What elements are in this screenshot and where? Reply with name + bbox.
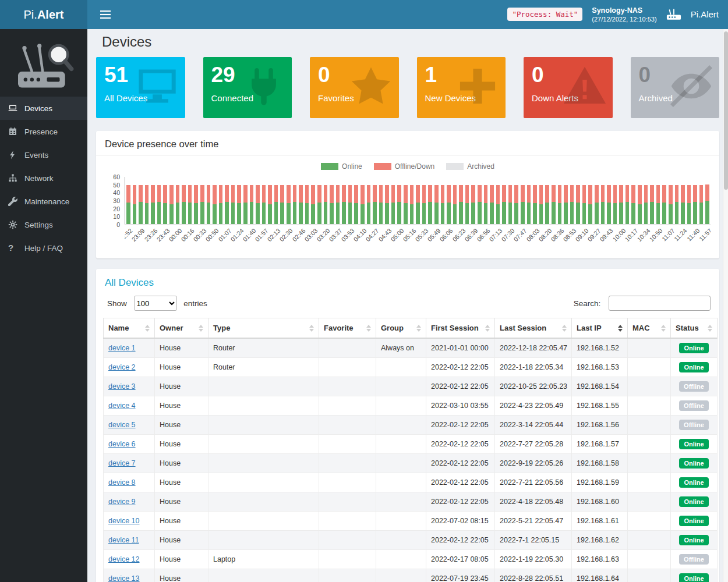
- device-link[interactable]: device 2: [108, 363, 136, 371]
- table-row: device 8House2022-02-12 22:052022-7-21 2…: [104, 473, 718, 492]
- chart-bar: [434, 185, 439, 224]
- sort-icon: [416, 325, 421, 332]
- device-link[interactable]: device 9: [108, 498, 136, 506]
- column-header-status[interactable]: Status: [671, 318, 718, 339]
- sidebar-item-presence[interactable]: Presence: [0, 120, 87, 143]
- host-info: Synology-NAS (27/12/2022, 12:10:53): [592, 6, 656, 24]
- legend-item: Archived: [446, 162, 494, 171]
- search-input[interactable]: [609, 296, 711, 311]
- main-content: Devices 51All Devices29Connected0Favorit…: [87, 29, 728, 582]
- device-link[interactable]: device 10: [108, 517, 140, 525]
- chart-bar: [631, 185, 635, 224]
- sidebar-item-label: Presence: [24, 127, 58, 136]
- column-header-name[interactable]: Name: [104, 318, 155, 339]
- cell-mac: [628, 338, 671, 358]
- stat-card-new-devices[interactable]: 1New Devices: [417, 57, 506, 118]
- chart-bar: [151, 185, 155, 224]
- column-header-last-session[interactable]: Last Session: [495, 318, 572, 339]
- cell-type: [208, 377, 319, 396]
- cell-last-ip: 192.168.1.60: [572, 492, 628, 512]
- cell-group: [376, 416, 426, 435]
- column-header-favorite[interactable]: Favorite: [319, 318, 376, 339]
- chart-bar: [453, 185, 457, 224]
- device-link[interactable]: device 6: [108, 440, 136, 448]
- cell-last-session: 2022-4-18 22:05.48: [495, 492, 572, 512]
- cell-status: Online: [671, 435, 718, 454]
- cell-name: device 2: [104, 358, 155, 377]
- device-link[interactable]: device 8: [108, 478, 136, 487]
- wrench-icon: [8, 197, 19, 206]
- device-link[interactable]: device 4: [108, 402, 136, 410]
- column-header-mac[interactable]: MAC: [628, 318, 671, 339]
- cell-status: Online: [671, 492, 718, 512]
- process-status-badge: "Process: Wait": [507, 8, 582, 21]
- stat-card-all-devices[interactable]: 51All Devices: [96, 57, 185, 118]
- cell-last-ip: 192.168.1.62: [572, 531, 628, 550]
- y-tick-label: 40: [113, 189, 120, 196]
- cell-last-ip: 192.168.1.64: [572, 569, 628, 582]
- sidebar-item-events[interactable]: Events: [0, 143, 87, 166]
- sidebar-item-settings[interactable]: Settings: [0, 213, 87, 236]
- hamburger-menu-icon[interactable]: [100, 10, 111, 19]
- chart-bar: [478, 185, 482, 224]
- stat-card-connected[interactable]: 29Connected: [203, 57, 292, 118]
- cell-last-session: 2022-3-14 22:05.44: [495, 416, 572, 435]
- brand-logo[interactable]: Pi.Alert: [0, 0, 87, 29]
- cell-first-session: 2022-02-12 22:05: [426, 473, 495, 492]
- device-link[interactable]: device 3: [108, 382, 136, 391]
- warning-icon: [563, 64, 607, 108]
- stat-card-favorites[interactable]: 0Favorites: [310, 57, 399, 118]
- column-header-group[interactable]: Group: [376, 318, 426, 339]
- chart-bar: [465, 185, 469, 224]
- top-navbar: Pi.Alert "Process: Wait" Synology-NAS (2…: [0, 0, 728, 29]
- cell-type: Router: [208, 338, 319, 358]
- stat-card-archived[interactable]: 0Archived: [631, 57, 720, 118]
- cell-group: [376, 473, 426, 492]
- cell-last-session: 2022-9-19 22:05.26: [495, 454, 572, 473]
- chart-bar: [705, 184, 709, 224]
- chart-bar: [638, 185, 642, 224]
- scrollbar[interactable]: [723, 29, 728, 582]
- column-header-first-session[interactable]: First Session: [426, 318, 495, 339]
- devices-table: NameOwnerTypeFavoriteGroupFirst SessionL…: [103, 318, 718, 582]
- device-link[interactable]: device 12: [108, 555, 140, 563]
- sidebar-item-maintenance[interactable]: Maintenance: [0, 190, 87, 213]
- cell-status: Online: [671, 531, 718, 550]
- sort-icon: [309, 325, 314, 332]
- device-link[interactable]: device 7: [108, 459, 136, 467]
- chart-bar: [601, 185, 605, 224]
- eye-slash-icon: [669, 64, 713, 108]
- cell-group: [376, 550, 426, 569]
- device-link[interactable]: device 13: [108, 574, 140, 582]
- sidebar-item-network[interactable]: Network: [0, 166, 87, 190]
- sidebar-item-devices[interactable]: Devices: [0, 97, 87, 120]
- chart-bar: [256, 185, 260, 224]
- cell-group: [376, 512, 426, 531]
- cell-group: [376, 492, 426, 512]
- device-link[interactable]: device 11: [108, 536, 139, 544]
- sidebar-item-help-faq[interactable]: ?Help / FAQ: [0, 236, 87, 260]
- cell-favorite: [319, 454, 376, 473]
- chart-bar: [496, 185, 500, 224]
- stat-card-down-alerts[interactable]: 0Down Alerts: [524, 57, 613, 118]
- scrollbar-thumb[interactable]: [724, 31, 728, 190]
- chart-bar: [650, 185, 654, 224]
- device-link[interactable]: device 1: [108, 344, 136, 352]
- cell-favorite: [319, 473, 376, 492]
- column-header-type[interactable]: Type: [208, 318, 319, 339]
- chart-bar: [219, 185, 223, 224]
- sort-icon: [708, 325, 712, 332]
- cell-group: Always on: [376, 338, 426, 358]
- brand-light: Pi.: [24, 8, 37, 22]
- cell-mac: [628, 512, 671, 531]
- cell-owner: House: [155, 338, 208, 358]
- device-link[interactable]: device 5: [108, 421, 136, 429]
- column-header-owner[interactable]: Owner: [155, 318, 208, 339]
- cell-type: [208, 396, 319, 416]
- column-header-last-ip[interactable]: Last IP: [572, 318, 628, 339]
- cell-status: Online: [671, 358, 718, 377]
- page-size-control: Show 100 entries: [105, 296, 210, 311]
- cell-last-ip: 192.168.1.59: [572, 473, 628, 492]
- entries-select[interactable]: 100: [134, 296, 177, 311]
- host-timestamp: (27/12/2022, 12:10:53): [592, 15, 656, 23]
